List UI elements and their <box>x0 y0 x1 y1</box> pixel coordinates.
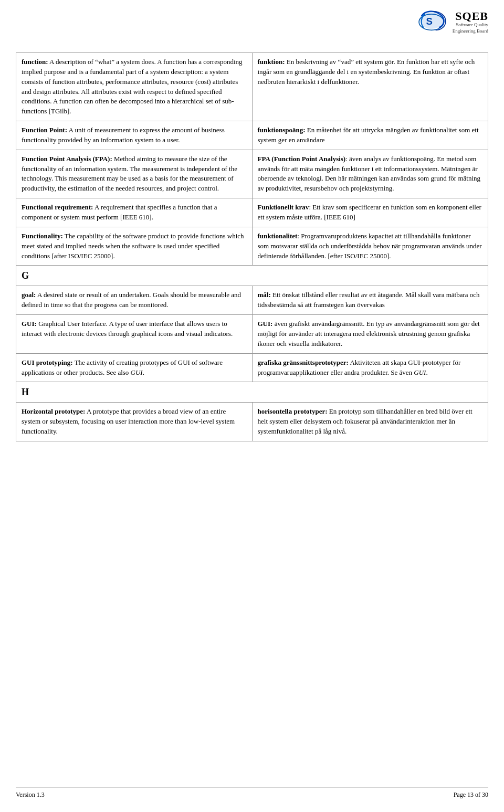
footer: Version 1.3 Page 13 of 30 <box>16 787 488 799</box>
definition-en: GUI prototyping: The activity of creatin… <box>16 353 253 382</box>
definition-se: funktionalitet: Programvaruproduktens ka… <box>252 227 488 266</box>
section-header-row: H <box>16 382 488 403</box>
sqeb-logo-icon: S <box>418 8 449 37</box>
definition-row: goal: A desired state or result of an un… <box>16 286 488 315</box>
section-label: H <box>16 382 488 403</box>
definition-en: function: A description of “what” a syst… <box>16 53 253 121</box>
definition-row: Functional requirement: A requirement th… <box>16 198 488 227</box>
definition-en: Function Point: A unit of measurement to… <box>16 121 253 150</box>
definition-en: Functionality: The capability of the sof… <box>16 227 253 266</box>
definition-se: Funktionellt krav: Ett krav som specific… <box>252 198 488 227</box>
page: S SQEB Software Quality Engineering Boar… <box>0 0 504 812</box>
definition-row: Horizontal prototype: A prototype that p… <box>16 403 488 441</box>
section-label: G <box>16 266 488 286</box>
definition-en: Functional requirement: A requirement th… <box>16 198 253 227</box>
logo-subtitle: Software Quality Engineering Board <box>453 22 488 34</box>
definition-row: Functionality: The capability of the sof… <box>16 227 488 266</box>
definition-en: Horizontal prototype: A prototype that p… <box>16 403 253 441</box>
definition-row: GUI prototyping: The activity of creatin… <box>16 353 488 382</box>
logo-area: S SQEB Software Quality Engineering Boar… <box>418 8 488 37</box>
definition-row: function: A description of “what” a syst… <box>16 53 488 121</box>
definition-se: GUI: även grafiskt användargränssnitt. E… <box>252 315 488 354</box>
definition-se: funktion: En beskrivning av “vad” ett sy… <box>252 53 488 121</box>
section-header-row: G <box>16 266 488 286</box>
page-number: Page 13 of 30 <box>454 791 488 799</box>
definition-se: horisontella prototyper: En prototyp som… <box>252 403 488 441</box>
svg-text:S: S <box>426 16 432 27</box>
content-table: function: A description of “what” a syst… <box>16 52 488 441</box>
version-label: Version 1.3 <box>16 791 45 799</box>
definition-en: Function Point Analysis (FPA): Method ai… <box>16 150 253 198</box>
definition-row: Function Point Analysis (FPA): Method ai… <box>16 150 488 198</box>
definition-se: funktionspoäng: En måtenhet för att uttr… <box>252 121 488 150</box>
definition-se: grafiska gränssnittsprototyper: Aktivite… <box>252 353 488 382</box>
definition-row: Function Point: A unit of measurement to… <box>16 121 488 150</box>
definition-en: GUI: Graphical User Interface. A type of… <box>16 315 253 354</box>
logo-title: SQEB <box>453 10 488 22</box>
definition-se: mål: Ett önskat tillstånd eller resultat… <box>252 286 488 315</box>
definition-row: GUI: Graphical User Interface. A type of… <box>16 315 488 354</box>
definition-en: goal: A desired state or result of an un… <box>16 286 253 315</box>
definition-se: FPA (Function Point Analysis): även anal… <box>252 150 488 198</box>
